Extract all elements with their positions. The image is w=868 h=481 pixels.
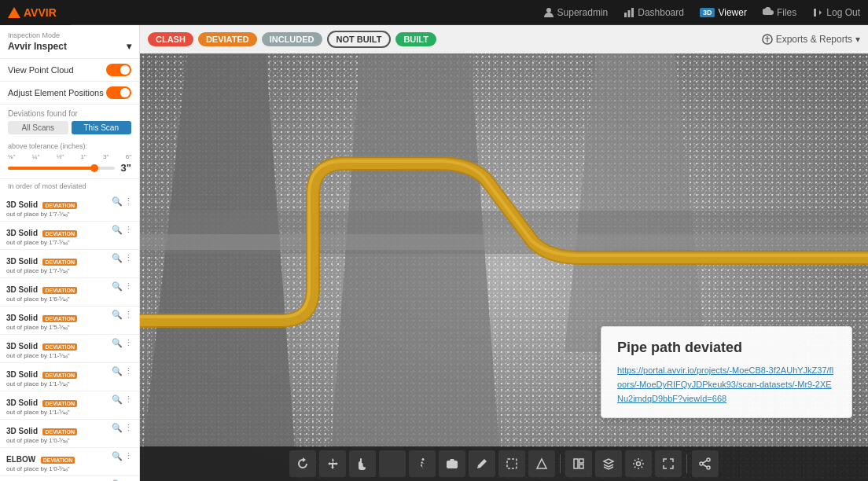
- box-select-button[interactable]: [498, 450, 525, 477]
- dev-actions: 🔍 ⋮: [112, 310, 133, 320]
- zoom-to-btn[interactable]: 🔍: [112, 225, 123, 235]
- dev-badge: DEVIATION: [42, 230, 77, 237]
- dev-type: 3D Solid: [6, 342, 38, 351]
- info-popup-link[interactable]: https://portal.avvir.io/projects/-MoeCB8…: [617, 365, 833, 403]
- logout-icon: [812, 7, 823, 18]
- view-point-cloud-toggle[interactable]: [106, 64, 131, 76]
- deviation-item: 3D Solid DEVIATION out of place by 1'5-⁵…: [0, 307, 139, 335]
- nav-logout[interactable]: Log Out: [812, 7, 860, 18]
- zoom-to-btn[interactable]: 🔍: [112, 310, 123, 320]
- dev-info: 3D Solid DEVIATION out of place by 1'1-⁵…: [6, 338, 108, 359]
- more-btn[interactable]: ⋮: [124, 281, 133, 292]
- export-icon: [762, 34, 773, 45]
- deviated-filter-btn[interactable]: DEVIATED: [198, 32, 257, 46]
- zoom-to-btn[interactable]: 🔍: [112, 338, 123, 348]
- exports-reports-btn[interactable]: Exports & Reports ▾: [762, 34, 860, 45]
- pan-button[interactable]: [349, 450, 376, 477]
- more-btn[interactable]: ⋮: [124, 395, 133, 405]
- dev-info: 3D Solid DEVIATION out of place by 1'7-⁵…: [6, 196, 108, 218]
- settings-button[interactable]: [625, 450, 652, 477]
- info-popup: Pipe path deviated https://portal.avvir.…: [601, 326, 852, 418]
- move-button[interactable]: [319, 450, 346, 477]
- zoom-to-btn[interactable]: 🔍: [112, 196, 123, 207]
- more-btn[interactable]: ⋮: [124, 196, 133, 207]
- nav-dashboard[interactable]: Dashboard: [623, 7, 684, 18]
- dev-detail: out of place by 1'6-⁵⁄₁₆": [6, 296, 108, 303]
- dev-info: 3D Solid DEVIATION out of place by 1'6-⁵…: [6, 281, 108, 303]
- adjust-positions-toggle[interactable]: [106, 86, 131, 99]
- more-btn[interactable]: ⋮: [124, 310, 133, 320]
- dev-detail: out of place by 1'7-⁵⁄₁₆": [6, 211, 108, 218]
- shape-button[interactable]: [528, 450, 555, 477]
- logo-text: AVVIR: [24, 6, 57, 19]
- 3d-viewer[interactable]: Pipe path deviated https://portal.avvir.…: [140, 53, 868, 481]
- svg-rect-13: [507, 459, 517, 468]
- dev-type: 3D Solid: [6, 257, 38, 266]
- svg-point-18: [637, 462, 641, 466]
- tolerance-slider[interactable]: [8, 167, 115, 170]
- zoom-to-btn[interactable]: 🔍: [112, 281, 123, 292]
- deviation-item: 3D Solid DEVIATION out of place by 1'7-⁵…: [0, 193, 139, 222]
- sidebar-header: Inspection Mode Avvir Inspect ▾: [0, 25, 139, 59]
- dev-actions: 🔍 ⋮: [112, 338, 133, 348]
- built-filter-btn[interactable]: BUILT: [395, 32, 436, 46]
- included-filter-btn[interactable]: INCLUDED: [262, 32, 322, 46]
- all-scans-tab[interactable]: All Scans: [8, 121, 68, 134]
- nav-superadmin[interactable]: Superadmin: [543, 7, 609, 18]
- nav-files[interactable]: Files: [763, 7, 796, 18]
- deviation-item: 3D Solid DEVIATION out of place by 1'1-⁵…: [0, 391, 139, 420]
- walk-button[interactable]: [409, 450, 436, 477]
- more-btn[interactable]: ⋮: [124, 225, 133, 235]
- inspection-mode-label: Inspection Mode: [8, 31, 131, 39]
- dev-badge: DEVIATION: [42, 287, 77, 294]
- gear-icon: [632, 457, 645, 470]
- clash-filter-btn[interactable]: CLASH: [148, 32, 193, 46]
- svg-point-0: [546, 8, 551, 13]
- rotate-button[interactable]: [289, 450, 316, 477]
- not-built-filter-btn[interactable]: NOT BUILT: [327, 31, 392, 48]
- this-scan-tab[interactable]: This Scan: [72, 121, 132, 134]
- layers-button[interactable]: [595, 450, 622, 477]
- pencil-button[interactable]: [469, 450, 495, 477]
- zoom-to-btn[interactable]: 🔍: [112, 451, 123, 461]
- slider-fill: [8, 167, 98, 170]
- zoom-to-btn[interactable]: 🔍: [112, 423, 123, 433]
- adjust-positions-row: Adjust Element Positions: [0, 82, 139, 105]
- layout-button[interactable]: [565, 450, 592, 477]
- zoom-to-btn[interactable]: 🔍: [112, 395, 123, 405]
- camera-button[interactable]: [439, 450, 465, 477]
- dev-badge: DEVIATION: [42, 259, 77, 266]
- dev-badge: DEVIATION: [42, 343, 77, 351]
- svg-rect-17: [579, 464, 583, 468]
- deviation-item: ELBOW DEVIATION out of place by 1'0-⁵⁄₁₆…: [0, 448, 139, 476]
- camera-icon: [446, 457, 458, 470]
- chart-icon: [623, 7, 634, 18]
- zoom-to-btn[interactable]: 🔍: [112, 253, 123, 263]
- tolerance-label: above tolerance (inches):: [8, 142, 131, 150]
- share-button[interactable]: [692, 450, 719, 477]
- deviation-item: 3D Solid DEVIATION out of place by 1'1-⁵…: [0, 335, 139, 363]
- nav-viewer[interactable]: 3D Viewer: [700, 7, 747, 18]
- expand-button[interactable]: [655, 450, 682, 477]
- slider-thumb[interactable]: [90, 164, 98, 172]
- dev-actions: 🔍 ⋮: [112, 253, 133, 263]
- inspection-select[interactable]: Avvir Inspect ▾: [8, 41, 131, 52]
- more-btn[interactable]: ⋮: [124, 253, 133, 263]
- toolbar-separator-1: [560, 454, 561, 473]
- chevron-down-icon: ▾: [127, 41, 131, 52]
- zoom-button[interactable]: [379, 450, 406, 477]
- deviation-item: 3D Solid DEVIATION out of place by 1'1-⁵…: [0, 363, 139, 391]
- more-btn[interactable]: ⋮: [124, 451, 133, 461]
- more-btn[interactable]: ⋮: [124, 423, 133, 433]
- dev-info: ELBOW DEVIATION out of place by 1'0-⁵⁄₁₆…: [6, 451, 108, 472]
- dev-type: 3D Solid: [6, 314, 38, 322]
- zoom-to-btn[interactable]: 🔍: [112, 366, 123, 376]
- 3d-badge: 3D: [700, 8, 715, 17]
- dev-detail: out of place by 1'0-⁵⁄₁₆": [6, 465, 108, 472]
- more-btn[interactable]: ⋮: [124, 366, 133, 376]
- more-btn[interactable]: ⋮: [124, 338, 133, 348]
- dev-type: 3D Solid: [6, 427, 38, 435]
- svg-rect-2: [628, 10, 631, 17]
- dev-actions: 🔍 ⋮: [112, 281, 133, 292]
- adjust-positions-label: Adjust Element Positions: [8, 88, 104, 97]
